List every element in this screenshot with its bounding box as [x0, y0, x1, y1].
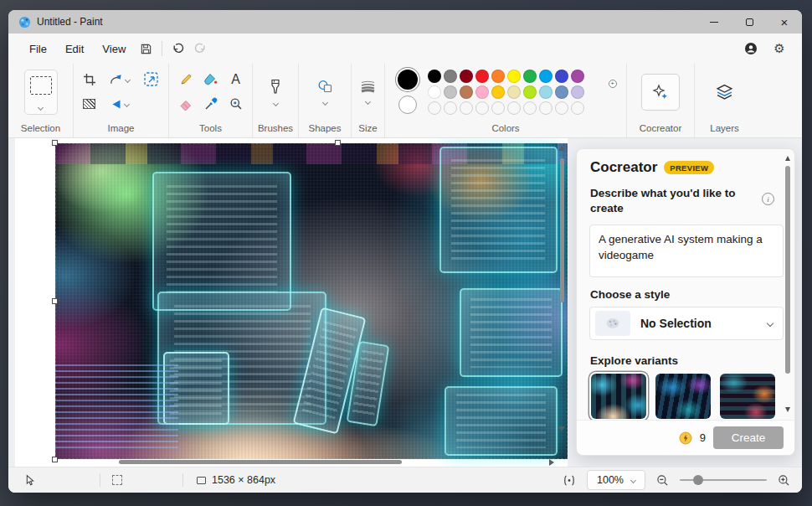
info-icon[interactable]: i	[762, 193, 774, 205]
color-swatch[interactable]	[460, 70, 473, 83]
scroll-down-arrow[interactable]	[558, 426, 565, 431]
vertical-scrollbar-thumb[interactable]	[560, 158, 564, 302]
color-picker-tool-button[interactable]	[204, 97, 218, 111]
color-swatch[interactable]	[539, 70, 552, 83]
color-swatch[interactable]	[491, 70, 505, 83]
size-button[interactable]	[360, 80, 376, 104]
colors-group-label: Colors	[491, 123, 519, 133]
scroll-up-arrow[interactable]	[558, 146, 565, 151]
chevron-down-icon	[321, 99, 327, 105]
menu-view[interactable]: View	[93, 39, 135, 59]
cocreator-button[interactable]	[641, 74, 680, 111]
edit-colors-button[interactable]: +	[594, 82, 614, 102]
foreground-color-swatch[interactable]	[398, 70, 418, 90]
color-swatch[interactable]	[539, 85, 552, 99]
redo-button[interactable]	[189, 38, 211, 59]
minimize-button[interactable]	[696, 10, 732, 34]
color-swatch[interactable]	[571, 70, 584, 83]
selection-tool-button[interactable]	[24, 70, 58, 115]
palette-icon	[605, 318, 620, 329]
magnifier-tool-button[interactable]	[229, 97, 243, 111]
color-swatch[interactable]	[460, 85, 473, 99]
canvas-image[interactable]	[55, 143, 568, 459]
empty-color-slot[interactable]	[507, 101, 521, 115]
panel-scroll-up-arrow[interactable]	[785, 156, 790, 161]
fit-to-screen-icon[interactable]	[563, 474, 576, 487]
credits-count: 9	[700, 431, 706, 444]
chevron-down-icon	[365, 98, 371, 104]
selection-handle[interactable]	[52, 457, 58, 462]
settings-gear-icon[interactable]: ⚙	[768, 38, 790, 59]
cocreator-footer: 9 Create	[577, 420, 794, 455]
shapes-button[interactable]	[317, 80, 333, 105]
account-icon[interactable]	[740, 38, 762, 59]
zoom-slider[interactable]	[680, 474, 767, 486]
maximize-button[interactable]	[732, 10, 767, 34]
empty-color-slot[interactable]	[539, 101, 552, 115]
pencil-tool-button[interactable]	[179, 73, 193, 86]
selection-size-icon	[112, 475, 122, 485]
color-swatch[interactable]	[571, 85, 584, 99]
close-button[interactable]: ×	[767, 10, 802, 34]
color-swatch[interactable]	[475, 70, 489, 83]
selection-handle[interactable]	[52, 140, 58, 146]
create-button[interactable]: Create	[713, 426, 784, 449]
panel-scroll-down-arrow[interactable]	[785, 407, 790, 412]
empty-color-slot[interactable]	[444, 101, 457, 115]
flip-button[interactable]	[110, 99, 129, 110]
style-dropdown[interactable]: No Selection	[589, 307, 784, 340]
background-removal-button[interactable]	[83, 99, 95, 109]
color-swatch[interactable]	[555, 70, 568, 83]
empty-color-slot[interactable]	[523, 101, 537, 115]
empty-color-slot[interactable]	[460, 101, 473, 115]
save-button[interactable]	[135, 38, 157, 59]
color-swatch[interactable]	[523, 85, 537, 99]
canvas-viewport[interactable]	[15, 138, 568, 467]
variant-thumbnail-3[interactable]	[720, 374, 775, 419]
color-swatch[interactable]	[507, 85, 521, 99]
color-swatch[interactable]	[428, 85, 441, 99]
variant-thumbnail-2[interactable]	[655, 374, 711, 419]
status-separator	[100, 473, 100, 487]
undo-button[interactable]	[167, 38, 189, 59]
empty-color-slot[interactable]	[428, 101, 441, 115]
fill-tool-button[interactable]	[203, 73, 218, 86]
selection-handle[interactable]	[52, 298, 58, 304]
color-swatch[interactable]	[507, 70, 521, 83]
color-swatch[interactable]	[444, 70, 457, 83]
layers-button[interactable]	[716, 84, 733, 100]
scroll-right-arrow[interactable]	[549, 459, 554, 466]
eraser-tool-button[interactable]	[179, 98, 193, 111]
color-swatch[interactable]	[444, 85, 457, 99]
zoom-in-icon[interactable]	[778, 474, 790, 487]
background-color-swatch[interactable]	[398, 96, 417, 114]
resize-image-button[interactable]	[143, 71, 160, 88]
menu-file[interactable]: File	[20, 39, 56, 59]
zoom-level-dropdown[interactable]: 100%	[587, 470, 645, 490]
variant-thumbnail-1[interactable]	[591, 374, 646, 419]
layers-group-label: Layers	[710, 123, 739, 133]
brushes-button[interactable]	[270, 79, 281, 106]
empty-color-slot[interactable]	[475, 101, 489, 115]
empty-color-slot[interactable]	[571, 101, 584, 115]
rotate-button[interactable]	[109, 74, 130, 85]
selection-handle[interactable]	[335, 140, 341, 146]
crop-button[interactable]	[83, 73, 96, 86]
horizontal-scrollbar-thumb[interactable]	[119, 460, 402, 464]
text-tool-button[interactable]: A	[231, 72, 240, 87]
menu-edit[interactable]: Edit	[56, 39, 93, 59]
choose-style-label: Choose a style	[590, 288, 670, 301]
zoom-out-icon[interactable]	[656, 474, 669, 487]
color-swatch[interactable]	[428, 70, 441, 83]
empty-color-slot[interactable]	[491, 101, 505, 115]
prompt-input[interactable]	[589, 225, 784, 277]
panel-scrollbar-thumb[interactable]	[785, 166, 790, 374]
ribbon-group-colors: + Colors	[385, 64, 627, 137]
zoom-slider-thumb[interactable]	[693, 475, 703, 485]
color-swatch[interactable]	[475, 85, 489, 99]
color-swatch[interactable]	[523, 70, 537, 83]
tools-group-label: Tools	[199, 123, 222, 133]
color-swatch[interactable]	[555, 85, 568, 99]
empty-color-slot[interactable]	[555, 101, 568, 115]
color-swatch[interactable]	[491, 85, 505, 99]
